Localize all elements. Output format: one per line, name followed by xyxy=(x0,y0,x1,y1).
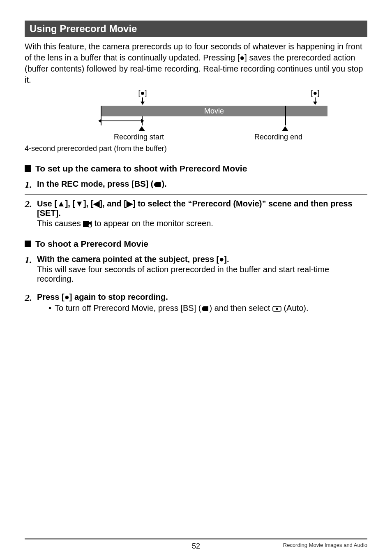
diagram-top-labels: [●] [●] xyxy=(134,89,323,105)
step-number: 1. xyxy=(25,255,32,284)
subheading-shoot-text: To shoot a Prerecord Movie xyxy=(35,239,148,249)
record-button-label-end: [●] xyxy=(307,89,323,105)
step-number: 1. xyxy=(25,179,32,190)
step-2-1: 1. With the camera pointed at the subjec… xyxy=(25,255,367,284)
section-title: Using Prerecord Movie xyxy=(25,21,367,37)
page-footer: 52 Recording Movie Images and Audio xyxy=(0,538,392,548)
arrow-down-icon xyxy=(313,97,317,105)
subheading-setup-text: To set up the camera to shoot with Prere… xyxy=(35,164,247,174)
step-1-1: 1. In the REC mode, press [BS] ( ). xyxy=(25,179,367,190)
step-number: 2. xyxy=(25,199,32,228)
prerecord-indicator-icon xyxy=(83,221,92,227)
bullet-dot: • xyxy=(48,303,51,313)
svg-point-3 xyxy=(276,308,278,310)
prerecord-diagram: [●] [●] Movie Recording start Recording … xyxy=(65,89,327,144)
triangle-up-icon xyxy=(138,126,145,131)
tick-mark xyxy=(285,106,286,125)
divider xyxy=(25,194,367,194)
square-bullet-icon xyxy=(25,165,31,172)
step-2-2-title: Press [●] again to stop recording. xyxy=(37,292,367,302)
step-1-2-title: Use [▲], [▼], [◀], and [▶] to select the… xyxy=(37,199,367,218)
subheading-setup: To set up the camera to shoot with Prere… xyxy=(25,164,367,174)
double-arrow-icon xyxy=(101,120,141,121)
record-button-label-start: [●] xyxy=(134,89,151,105)
divider xyxy=(25,288,367,288)
movie-bar-row: Movie xyxy=(65,106,327,116)
record-start-symbol: [●] xyxy=(138,89,147,97)
step-1-1-title: In the REC mode, press [BS] ( ). xyxy=(37,179,167,188)
intro-text: With this feature, the camera prerecords… xyxy=(25,41,367,86)
step-1-2-desc: This causes to appear on the monitor scr… xyxy=(37,219,367,228)
step-1-2: 2. Use [▲], [▼], [◀], and [▶] to select … xyxy=(25,199,367,228)
bs-mode-icon xyxy=(153,181,161,188)
subheading-shoot: To shoot a Prerecord Movie xyxy=(25,239,367,249)
step-2-2: 2. Press [●] again to stop recording. • … xyxy=(25,292,367,313)
auto-mode-icon xyxy=(272,306,281,312)
diagram-ticks xyxy=(65,116,327,125)
square-bullet-icon xyxy=(25,241,31,247)
step-2-1-desc: This will save four seconds of action pr… xyxy=(37,265,367,284)
diagram-labels: Recording start Recording end xyxy=(65,133,327,144)
recording-end-label: Recording end xyxy=(254,133,302,141)
bs-mode-icon xyxy=(201,306,209,312)
step-2-1-title: With the camera pointed at the subject, … xyxy=(37,255,367,264)
record-end-symbol: [●] xyxy=(311,89,320,97)
arrow-down-icon xyxy=(141,97,145,105)
recording-start-label: Recording start xyxy=(114,133,164,141)
diagram-pointers xyxy=(65,125,327,133)
buffer-caption: 4-second prerecorded part (from the buff… xyxy=(25,144,367,153)
svg-rect-0 xyxy=(83,221,89,227)
triangle-up-icon xyxy=(282,126,288,131)
step-number: 2. xyxy=(25,292,32,313)
page: Using Prerecord Movie With this feature,… xyxy=(0,0,392,558)
step-2-2-bullet: • To turn off Prerecord Movie, press [BS… xyxy=(48,303,367,313)
page-number: 52 xyxy=(0,542,392,551)
footer-rule xyxy=(25,538,367,539)
movie-bar: Movie xyxy=(101,106,327,116)
